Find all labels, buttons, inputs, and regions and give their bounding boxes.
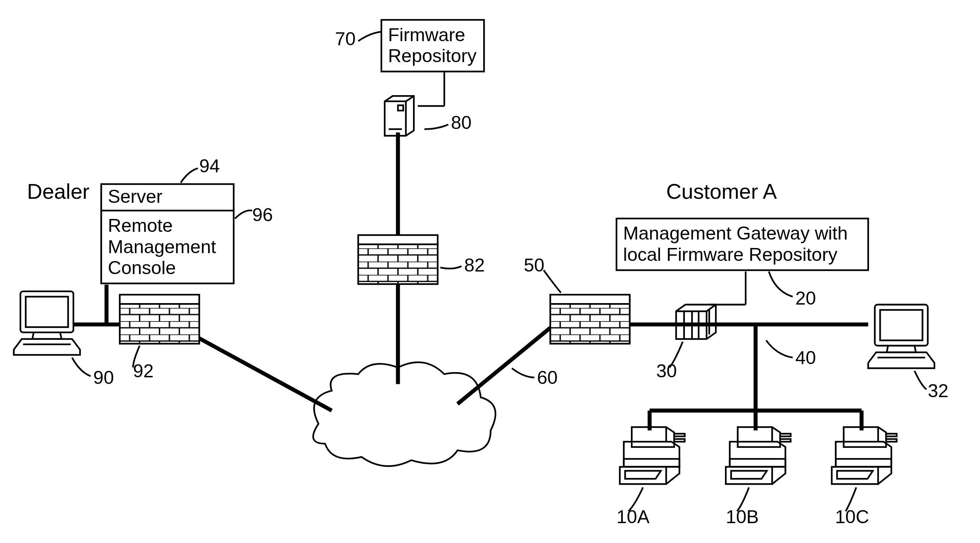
dealer-heading: Dealer xyxy=(27,179,90,203)
ref-90: 90 xyxy=(93,367,114,388)
mgw-label-2: local Firmware Repository xyxy=(623,244,838,265)
diagram: Firmware Repository 70 80 82 Dealer Serv… xyxy=(0,0,980,543)
dealer-server-box: Server Remote Management Console xyxy=(101,184,233,283)
printer-b-icon xyxy=(726,427,791,484)
ref-20: 20 xyxy=(795,288,816,309)
svg-line-27 xyxy=(458,328,550,404)
ref-10c: 10C xyxy=(835,506,869,527)
ref-10a: 10A xyxy=(617,506,650,527)
ref-10b: 10B xyxy=(726,506,759,527)
firmware-repo-label-2: Repository xyxy=(388,45,477,66)
svg-line-25 xyxy=(186,331,332,410)
customer-heading: Customer A xyxy=(666,179,777,203)
ref-30: 30 xyxy=(656,360,677,381)
ref-60: 60 xyxy=(537,367,557,388)
repo-server-icon xyxy=(385,96,414,136)
firmware-repository-box: Firmware Repository xyxy=(382,20,484,71)
rmc-label-2: Management xyxy=(108,236,216,257)
rmc-label-3: Console xyxy=(108,257,176,278)
firmware-repo-label-1: Firmware xyxy=(388,24,465,45)
printer-a-icon xyxy=(620,427,685,484)
ref-50: 50 xyxy=(523,255,544,276)
management-gateway-box: Management Gateway with local Firmware R… xyxy=(617,219,868,270)
cloud-icon xyxy=(313,362,495,466)
mgw-label-1: Management Gateway with xyxy=(623,222,848,244)
ref-96: 96 xyxy=(252,204,273,225)
customer-terminal-icon xyxy=(868,305,934,368)
ref-82: 82 xyxy=(464,255,485,276)
firewall-center-icon xyxy=(358,235,438,284)
printer-c-icon xyxy=(832,427,897,484)
ref-40: 40 xyxy=(795,347,816,368)
server-label: Server xyxy=(108,186,162,207)
firewall-dealer-icon xyxy=(120,295,199,343)
ref-32: 32 xyxy=(928,380,948,401)
ref-80: 80 xyxy=(451,112,471,133)
dealer-terminal-icon xyxy=(14,291,80,355)
gateway-device-icon xyxy=(676,305,716,339)
rmc-label-1: Remote xyxy=(108,215,173,236)
ref-70: 70 xyxy=(335,28,356,49)
ref-94: 94 xyxy=(199,156,220,176)
ref-92: 92 xyxy=(133,360,154,381)
firewall-customer-icon xyxy=(550,295,630,343)
